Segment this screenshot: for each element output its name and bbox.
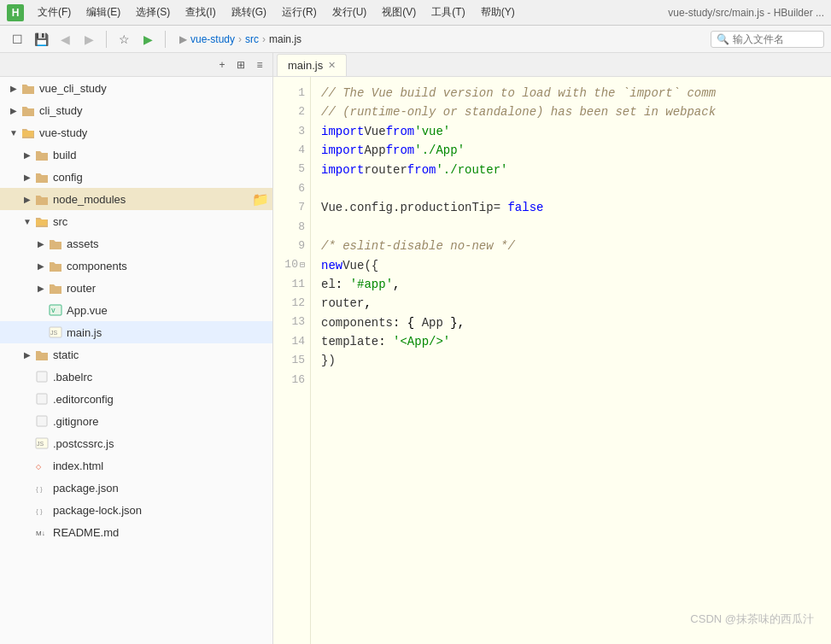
- sidebar-item-editorconfig[interactable]: .editorconfig: [0, 388, 272, 410]
- tree-icon-gitignore: [34, 413, 50, 429]
- back-btn[interactable]: ◀: [55, 29, 75, 50]
- search-box[interactable]: 🔍: [711, 31, 824, 48]
- tree-label-babelrc: .babelrc: [53, 371, 92, 383]
- editor-area: main.js ✕ 12345678910⊟111213141516 // Th…: [273, 53, 831, 644]
- code-lines: // The Vue build version to load with th…: [311, 77, 831, 644]
- sidebar-item-assets[interactable]: ▶assets: [0, 232, 272, 255]
- line-num-12: 12: [280, 294, 305, 313]
- breadcrumb-src[interactable]: src: [245, 33, 259, 45]
- sidebar-item-postcssrc[interactable]: JS.postcssrc.js: [0, 432, 272, 454]
- tree-icon-vue_cli_study: [20, 80, 36, 96]
- sidebar-item-babelrc[interactable]: .babelrc: [0, 366, 272, 388]
- sidebar-header: + ⊞ ≡: [0, 53, 272, 77]
- file-search-input[interactable]: [733, 33, 818, 45]
- menu-item-e[interactable]: 编辑(E): [79, 3, 127, 21]
- toolbar-separator-1: [106, 31, 107, 48]
- sidebar-item-main_js[interactable]: JSmain.js: [0, 321, 272, 343]
- sidebar-item-router[interactable]: ▶router: [0, 277, 272, 299]
- menu-item-r[interactable]: 运行(R): [275, 3, 324, 21]
- tree-icon-static: [34, 347, 50, 362]
- tree-label-index_html: index.html: [53, 460, 103, 472]
- svg-text:M↓: M↓: [36, 530, 45, 537]
- code-line-4: import App from './App': [321, 141, 821, 160]
- sidebar-item-build[interactable]: ▶build: [0, 143, 272, 166]
- tree-label-package_json: package.json: [53, 482, 119, 495]
- tab-mainjs[interactable]: main.js ✕: [277, 54, 347, 76]
- menu-item-i[interactable]: 查找(I): [178, 3, 222, 21]
- sidebar-item-gitignore[interactable]: .gitignore: [0, 410, 272, 432]
- save-btn[interactable]: 💾: [31, 29, 51, 50]
- menu-item-f[interactable]: 文件(F): [31, 3, 78, 21]
- line-num-2: 2: [280, 102, 305, 121]
- tree-icon-vue_study: [20, 125, 36, 140]
- tree-arrow-main_js: [34, 325, 48, 339]
- run-btn[interactable]: ▶: [138, 29, 158, 50]
- line-num-13: 13: [280, 313, 305, 332]
- tree-label-src: src: [53, 215, 67, 228]
- sidebar-item-config[interactable]: ▶config: [0, 166, 272, 188]
- tree-icon-editorconfig: [34, 391, 50, 407]
- sidebar-item-node_modules[interactable]: ▶📁node_modules: [0, 188, 272, 210]
- svg-text:V: V: [51, 307, 56, 313]
- code-line-3: import Vue from 'vue': [321, 122, 821, 141]
- tree-icon-assets: [48, 236, 63, 251]
- sidebar-item-components[interactable]: ▶components: [0, 255, 272, 277]
- code-editor[interactable]: 12345678910⊟111213141516 // The Vue buil…: [273, 77, 831, 644]
- tree-arrow-router: ▶: [34, 281, 48, 295]
- tree-label-node_modules: node_modules: [53, 193, 126, 206]
- tree-label-vue_study: vue-study: [39, 126, 87, 139]
- sidebar-item-cli_study[interactable]: ▶cli_study: [0, 99, 272, 121]
- tree-icon-node_modules: [34, 191, 50, 207]
- tree-arrow-postcssrc: [20, 436, 34, 450]
- toolbar-right: 🔍: [711, 31, 824, 48]
- code-line-1: // The Vue build version to load with th…: [321, 84, 821, 102]
- line-num-14: 14: [280, 332, 305, 351]
- sidebar-expand-btn[interactable]: ⊞: [233, 57, 249, 73]
- tree-arrow-vue_cli_study: ▶: [7, 81, 20, 95]
- tree-icon-postcssrc: JS: [34, 436, 50, 451]
- tab-label: main.js: [288, 59, 323, 72]
- breadcrumb-separator-3: ›: [262, 33, 266, 45]
- menu-item-s[interactable]: 选择(S): [129, 3, 177, 21]
- menu-item-u[interactable]: 发行(U): [325, 3, 374, 21]
- sidebar-item-package_lock_json[interactable]: { }package-lock.json: [0, 499, 272, 521]
- menu-item-v[interactable]: 视图(V): [375, 3, 423, 21]
- tree-icon-babelrc: [34, 369, 50, 384]
- sidebar-settings-btn[interactable]: ≡: [252, 57, 267, 73]
- line-num-9: 9: [280, 237, 305, 255]
- menu-item-t[interactable]: 工具(T): [424, 3, 471, 21]
- sidebar-item-vue_study[interactable]: ▼vue-study: [0, 121, 272, 143]
- tree-icon-config: [34, 169, 50, 184]
- tree-label-build: build: [53, 149, 76, 161]
- sidebar-item-src[interactable]: ▼src: [0, 210, 272, 232]
- forward-btn[interactable]: ▶: [79, 29, 99, 50]
- code-line-2: // (runtime-only or standalone) has been…: [321, 102, 821, 121]
- sidebar-item-index_html[interactable]: ◇index.html: [0, 454, 272, 477]
- fold-indicator-10[interactable]: ⊟: [300, 259, 305, 272]
- svg-rect-5: [37, 394, 47, 404]
- menu-item-y[interactable]: 帮助(Y): [474, 3, 522, 21]
- code-line-5: import router from './router': [321, 161, 821, 179]
- sidebar-item-readme[interactable]: M↓README.md: [0, 521, 272, 543]
- code-line-12: router,: [321, 294, 821, 313]
- line-num-6: 6: [280, 179, 305, 198]
- search-icon: 🔍: [717, 33, 729, 45]
- menu-item-g[interactable]: 跳转(G): [225, 3, 273, 21]
- sidebar-item-package_json[interactable]: { }package.json: [0, 477, 272, 499]
- tree-arrow-config: ▶: [20, 170, 34, 184]
- tree-label-editorconfig: .editorconfig: [53, 393, 114, 406]
- bookmark-btn[interactable]: ☆: [114, 29, 134, 50]
- sidebar-item-static[interactable]: ▶static: [0, 343, 272, 366]
- tree-arrow-readme: [20, 525, 34, 539]
- menu-bar: 文件(F)编辑(E)选择(S)查找(I)跳转(G)运行(R)发行(U)视图(V)…: [31, 3, 668, 21]
- sidebar-item-vue_cli_study[interactable]: ▶vue_cli_study: [0, 77, 272, 99]
- tab-close-icon[interactable]: ✕: [328, 60, 336, 71]
- sidebar-item-App_vue[interactable]: VApp.vue: [0, 299, 272, 321]
- breadcrumb-vue-study[interactable]: vue-study: [190, 33, 235, 45]
- tree-arrow-App_vue: [34, 303, 48, 317]
- tree-arrow-vue_study: ▼: [7, 126, 20, 139]
- sidebar-new-btn[interactable]: +: [214, 57, 230, 73]
- tree-arrow-gitignore: [20, 414, 34, 428]
- new-file-btn[interactable]: ☐: [7, 29, 27, 50]
- line-num-4: 4: [280, 141, 305, 160]
